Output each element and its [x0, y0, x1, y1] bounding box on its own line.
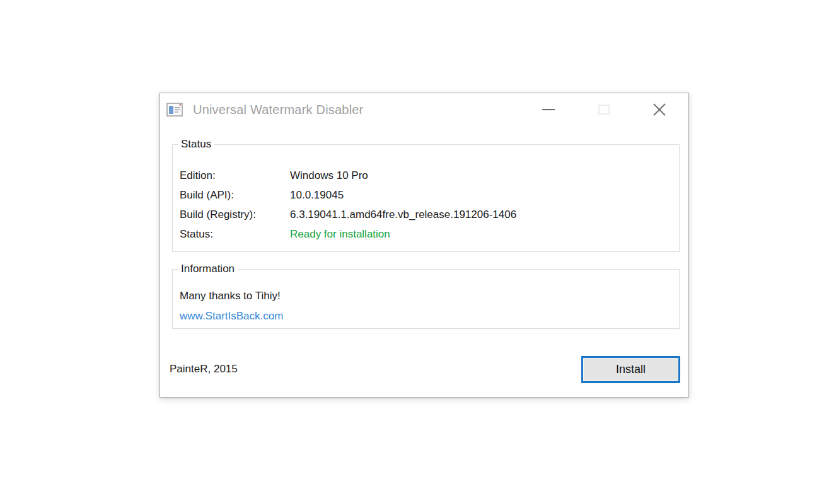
- window-controls: [521, 96, 687, 123]
- status-row-build-registry: Build (Registry): 6.3.19041.1.amd64fre.v…: [180, 205, 679, 224]
- information-group-label: Information: [178, 263, 238, 275]
- startisback-link[interactable]: www.StartIsBack.com: [180, 310, 283, 322]
- app-window: Universal Watermark Disabler Stat: [159, 93, 689, 398]
- window-title: Universal Watermark Disabler: [193, 103, 363, 117]
- minimize-icon: [542, 109, 555, 110]
- status-row-status: Status: Ready for installation: [180, 224, 679, 244]
- status-row-edition: Edition: Windows 10 Pro: [180, 166, 679, 185]
- close-icon: [652, 102, 667, 117]
- information-body: Many thanks to Tihiy! www.StartIsBack.co…: [173, 270, 679, 326]
- desktop-background: Universal Watermark Disabler Stat: [0, 0, 829, 504]
- title-bar[interactable]: Universal Watermark Disabler: [160, 93, 688, 126]
- thanks-text: Many thanks to Tihiy!: [180, 286, 679, 306]
- build-api-value: 10.0.19045: [290, 185, 679, 205]
- build-api-label: Build (API):: [180, 185, 290, 205]
- edition-label: Edition:: [180, 166, 290, 185]
- author-credit: PainteR, 2015: [170, 363, 238, 375]
- status-row-build-api: Build (API): 10.0.19045: [180, 185, 679, 205]
- maximize-icon: [598, 105, 610, 115]
- app-icon[interactable]: [166, 103, 183, 117]
- status-rows: Edition: Windows 10 Pro Build (API): 10.…: [173, 145, 679, 244]
- status-groupbox: Status Edition: Windows 10 Pro Build (AP…: [172, 144, 680, 252]
- maximize-button[interactable]: [576, 96, 632, 123]
- status-group-label: Status: [178, 138, 214, 151]
- build-registry-label: Build (Registry):: [180, 205, 290, 224]
- install-button[interactable]: Install: [581, 356, 680, 383]
- status-value: Ready for installation: [290, 224, 679, 244]
- information-groupbox: Information Many thanks to Tihiy! www.St…: [172, 269, 680, 329]
- status-label: Status:: [180, 224, 290, 244]
- build-registry-value: 6.3.19041.1.amd64fre.vb_release.191206-1…: [290, 205, 679, 224]
- edition-value: Windows 10 Pro: [290, 166, 679, 185]
- minimize-button[interactable]: [521, 96, 576, 123]
- close-button[interactable]: [632, 96, 687, 123]
